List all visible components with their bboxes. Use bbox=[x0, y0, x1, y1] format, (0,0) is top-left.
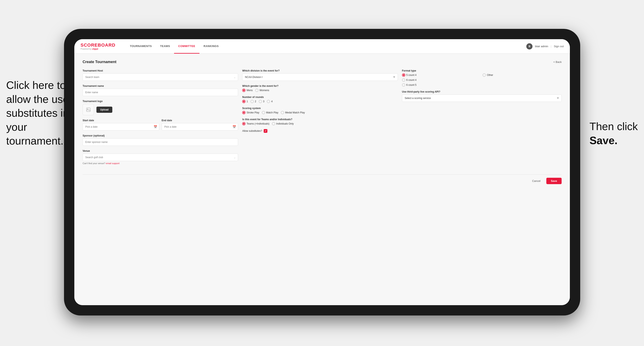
scoring-medal-match[interactable]: Medal Match Play bbox=[281, 111, 305, 114]
start-date-input[interactable] bbox=[82, 123, 159, 131]
dates-row: Start date 📅 End date 📅 bbox=[82, 119, 238, 131]
form-col-3: Format type 5 count 4 Other bbox=[402, 69, 562, 173]
user-label: blair admin bbox=[535, 45, 548, 48]
format-type-group: Format type 5 count 4 Other bbox=[402, 69, 562, 87]
scoring-match[interactable]: Match Play bbox=[262, 111, 278, 114]
venue-input[interactable] bbox=[82, 154, 238, 161]
start-date-label: Start date bbox=[82, 119, 159, 122]
save-button[interactable]: Save bbox=[546, 178, 562, 184]
radio-6count4 bbox=[402, 78, 405, 82]
gender-womens[interactable]: Womens bbox=[255, 89, 269, 92]
substitutes-group: Allow substitutes? bbox=[242, 129, 398, 133]
individuals-only[interactable]: Individuals Only bbox=[272, 122, 294, 125]
dropdown-icon: ⌄ bbox=[234, 156, 236, 159]
gender-radio-group: Mens Womens bbox=[242, 89, 398, 92]
image-icon bbox=[86, 107, 91, 112]
format-6count5[interactable]: 6 count 5 bbox=[402, 83, 481, 87]
tablet-frame: SCOREBOARD Powered by clippd TOURNAMENTS… bbox=[64, 29, 580, 316]
rounds-label: Number of rounds bbox=[242, 96, 398, 99]
sponsor-label: Sponsor (optional) bbox=[82, 134, 238, 137]
division-select[interactable]: NCAA Division I bbox=[242, 73, 398, 81]
teams-plus-individuals[interactable]: Teams (+Individuals) bbox=[242, 122, 269, 125]
rounds-3[interactable]: 3 bbox=[259, 100, 264, 103]
teams-label: Is this event for Teams and/or Individua… bbox=[242, 118, 398, 121]
navbar: SCOREBOARD Powered by clippd TOURNAMENTS… bbox=[74, 39, 570, 54]
format-6count4[interactable]: 6 count 4 bbox=[402, 78, 481, 82]
rounds-1[interactable]: 1 bbox=[242, 100, 248, 103]
nav-rankings[interactable]: RANKINGS bbox=[200, 39, 223, 54]
logo-upload-area: Upload bbox=[82, 104, 238, 115]
scoring-api-group: Use third-party live scoring API? Select… bbox=[402, 90, 562, 102]
upload-button[interactable]: Upload bbox=[96, 107, 112, 113]
tablet-screen: SCOREBOARD Powered by clippd TOURNAMENTS… bbox=[74, 39, 570, 305]
user-avatar: B bbox=[526, 43, 532, 49]
gender-group: Which gender is the event for? Mens Wome… bbox=[242, 85, 398, 92]
annotation-right: Then click Save. bbox=[590, 120, 638, 148]
radio-individuals bbox=[272, 122, 275, 125]
radio-womens bbox=[255, 89, 258, 92]
nav-teams[interactable]: TEAMS bbox=[156, 39, 174, 54]
end-date-wrap: 📅 bbox=[162, 123, 238, 131]
scoring-api-label: Use third-party live scoring API? bbox=[402, 90, 562, 93]
format-type-label: Format type bbox=[402, 69, 562, 72]
tournament-name-group: Tournament name bbox=[82, 85, 238, 96]
gender-mens[interactable]: Mens bbox=[242, 89, 252, 92]
radio-mens bbox=[242, 89, 246, 92]
radio-round-1 bbox=[242, 100, 246, 103]
scoring-stroke[interactable]: Stroke Play bbox=[242, 111, 259, 114]
start-date-group: Start date 📅 bbox=[82, 119, 159, 131]
svg-point-3 bbox=[87, 109, 88, 109]
nav-committee[interactable]: COMMITTEE bbox=[174, 39, 200, 54]
radio-medal-match bbox=[281, 111, 284, 114]
back-link[interactable]: < Back bbox=[553, 60, 562, 63]
start-date-wrap: 📅 bbox=[82, 123, 159, 131]
logo-scoreboard: SCOREBOARD bbox=[80, 42, 116, 48]
radio-round-3 bbox=[259, 100, 262, 103]
format-5count4[interactable]: 5 count 4 bbox=[402, 73, 481, 77]
gender-label: Which gender is the event for? bbox=[242, 85, 398, 87]
radio-other bbox=[482, 73, 486, 77]
format-empty1 bbox=[482, 78, 562, 82]
tournament-name-label: Tournament name bbox=[82, 85, 238, 87]
division-group: Which division is the event for? NCAA Di… bbox=[242, 69, 398, 81]
substitutes-checkbox[interactable] bbox=[264, 129, 268, 133]
logo-placeholder bbox=[82, 104, 94, 115]
scoring-radio-group: Stroke Play Match Play Medal Match Play bbox=[242, 111, 398, 114]
sponsor-group: Sponsor (optional) bbox=[82, 134, 238, 146]
tournament-host-input[interactable] bbox=[82, 73, 238, 81]
rounds-radio-group: 1 2 3 4 bbox=[242, 100, 398, 103]
svg-rect-2 bbox=[86, 108, 90, 112]
rounds-4[interactable]: 4 bbox=[267, 100, 272, 103]
radio-5count4 bbox=[402, 73, 405, 77]
format-other[interactable]: Other bbox=[482, 73, 562, 77]
end-date-input[interactable] bbox=[162, 123, 238, 131]
nav-right: B blair admin | Sign out bbox=[526, 43, 564, 49]
format-options-grid: 5 count 4 Other 6 count 4 bbox=[402, 73, 562, 87]
sponsor-input[interactable] bbox=[82, 138, 238, 146]
search-icon: ⌄ bbox=[234, 75, 236, 79]
radio-stroke bbox=[242, 111, 246, 114]
radio-match bbox=[262, 111, 265, 114]
form-footer: Cancel Save bbox=[82, 174, 562, 187]
venue-help: Can't find your venue? email support bbox=[82, 162, 238, 165]
radio-teams bbox=[242, 122, 246, 125]
end-date-label: End date bbox=[162, 119, 238, 122]
page-header: Create Tournament < Back bbox=[82, 60, 562, 64]
teams-group: Is this event for Teams and/or Individua… bbox=[242, 118, 398, 125]
scoring-api-select[interactable]: Select a scoring service bbox=[402, 94, 562, 102]
scoring-group: Scoring system Stroke Play Match Play bbox=[242, 107, 398, 114]
rounds-2[interactable]: 2 bbox=[250, 100, 256, 103]
scoring-label: Scoring system bbox=[242, 107, 398, 110]
sign-out-link[interactable]: Sign out bbox=[554, 45, 564, 48]
email-support-link[interactable]: email support bbox=[106, 162, 120, 165]
teams-radio-group: Teams (+Individuals) Individuals Only bbox=[242, 122, 398, 125]
nav-tournaments[interactable]: TOURNAMENTS bbox=[126, 39, 156, 54]
form-col-1: Tournament Host ⌄ Tournament name Tourna… bbox=[82, 69, 242, 173]
substitutes-checkbox-label[interactable]: Allow substitutes? bbox=[242, 129, 398, 133]
form-grid: Tournament Host ⌄ Tournament name Tourna… bbox=[82, 69, 562, 173]
radio-round-4 bbox=[267, 100, 270, 103]
tournament-name-input[interactable] bbox=[82, 89, 238, 96]
cancel-button[interactable]: Cancel bbox=[529, 178, 544, 184]
tournament-host-group: Tournament Host ⌄ bbox=[82, 69, 238, 81]
logo-area: SCOREBOARD Powered by clippd bbox=[80, 42, 116, 50]
